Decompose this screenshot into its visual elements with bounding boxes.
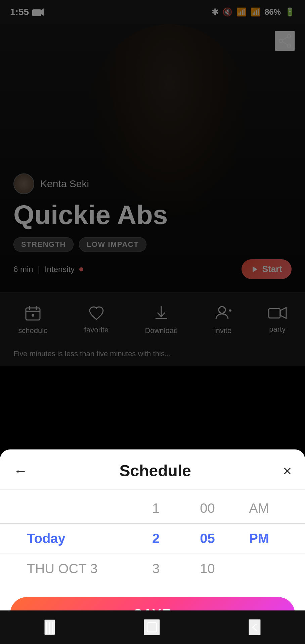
- modal-close-button[interactable]: ×: [283, 463, 292, 479]
- picker-min-below: 10: [182, 561, 233, 576]
- picker-row-selected[interactable]: Today 2 05 PM: [0, 523, 305, 553]
- android-recent-label: |||: [45, 620, 54, 634]
- picker-date-selected: Today: [27, 531, 130, 546]
- picker-row-below[interactable]: THU OCT 3 3 10: [0, 553, 305, 584]
- android-nav-bar: |||: [0, 610, 305, 644]
- time-picker[interactable]: 1 00 AM Today 2 05 PM THU OCT 3 3 10: [0, 490, 305, 587]
- picker-row-above[interactable]: 1 00 AM: [0, 493, 305, 523]
- picker-hour-selected: 2: [130, 531, 182, 546]
- picker-hour-above: 1: [130, 501, 182, 516]
- picker-hour-below: 3: [130, 561, 182, 576]
- picker-ampm-above: AM: [233, 501, 285, 516]
- modal-header: ← Schedule ×: [0, 449, 305, 490]
- android-recent-button[interactable]: |||: [44, 620, 55, 635]
- modal-back-button[interactable]: ←: [13, 463, 28, 479]
- picker-min-selected: 05: [182, 531, 233, 546]
- android-back-button[interactable]: [249, 619, 261, 635]
- android-home-button[interactable]: [144, 619, 160, 635]
- picker-date-below: THU OCT 3: [27, 561, 130, 576]
- modal-title: Schedule: [119, 462, 191, 480]
- svg-rect-20: [147, 623, 157, 632]
- picker-ampm-selected: PM: [233, 531, 285, 546]
- picker-min-above: 00: [182, 501, 233, 516]
- modal-overlay: ← Schedule × 1 00 AM Today 2 05 PM THU O: [0, 0, 305, 644]
